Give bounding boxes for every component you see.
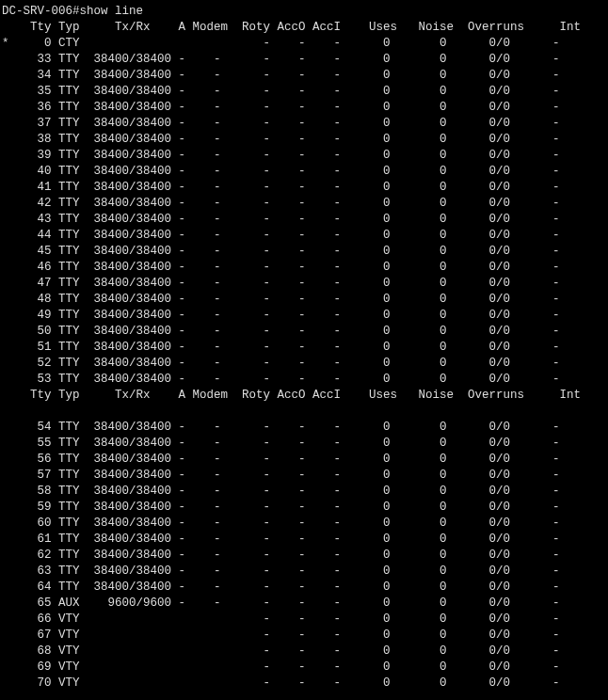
terminal-output[interactable]: DC-SRV-006#show line Tty Typ Tx/Rx A Mod… <box>0 0 608 700</box>
